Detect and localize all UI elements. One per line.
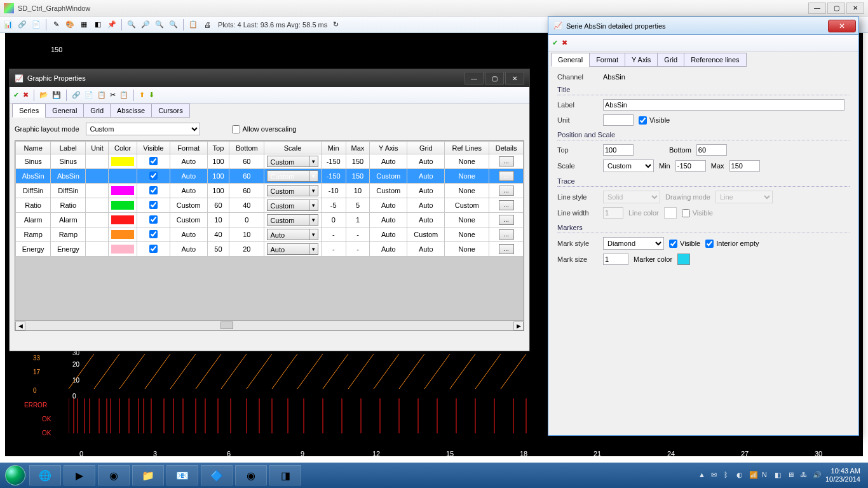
- scroll-right-icon[interactable]: ▶: [513, 322, 524, 330]
- column-header[interactable]: Name: [16, 142, 51, 154]
- pen-icon[interactable]: ✎: [50, 19, 62, 30]
- tool-icon[interactable]: 📄: [31, 19, 42, 30]
- chevron-down-icon[interactable]: ▼: [309, 185, 318, 196]
- table-row[interactable]: DiffSinDiffSinAuto10060Custom▼-1010Custo…: [16, 184, 524, 198]
- interior-empty-checkbox[interactable]: Interior empty: [705, 240, 759, 248]
- tray-icon[interactable]: ✉: [711, 471, 720, 480]
- visible-checkbox[interactable]: [149, 201, 158, 209]
- dialog-titlebar[interactable]: 📈Graphic Properties — ▢ ✕: [10, 69, 529, 87]
- details-button[interactable]: ...: [499, 156, 514, 166]
- tab-yaxis[interactable]: Y Axis: [625, 53, 658, 67]
- chevron-down-icon[interactable]: ▼: [309, 229, 318, 240]
- tool-icon[interactable]: 🔗: [17, 19, 28, 30]
- zoomin-icon[interactable]: 🔍: [126, 19, 137, 30]
- min-input[interactable]: [675, 160, 706, 172]
- visible-checkbox[interactable]: [149, 230, 158, 238]
- chevron-down-icon[interactable]: ▼: [309, 200, 318, 211]
- table-row[interactable]: SinusSinusAuto10060Custom▼-150150AutoAut…: [16, 154, 524, 169]
- label-input[interactable]: [603, 99, 844, 111]
- column-header[interactable]: Grid: [407, 142, 445, 154]
- details-button[interactable]: ...: [499, 200, 514, 210]
- close-button[interactable]: ✕: [846, 3, 864, 14]
- details-button[interactable]: ...: [499, 186, 514, 196]
- layout-select[interactable]: Custom: [86, 123, 200, 135]
- maximize-button[interactable]: ▢: [485, 72, 504, 85]
- color-swatch[interactable]: [111, 201, 133, 210]
- print-icon[interactable]: 🖨: [201, 19, 213, 30]
- color-swatch[interactable]: [111, 157, 133, 166]
- zoomout-icon[interactable]: 🔎: [140, 19, 151, 30]
- color-swatch[interactable]: [111, 245, 133, 254]
- chevron-down-icon[interactable]: ▼: [309, 243, 318, 255]
- dialog2-titlebar[interactable]: 📈Serie AbsSin detailed properties ✕: [548, 17, 858, 35]
- task-app[interactable]: 🔷: [201, 465, 233, 485]
- save-icon[interactable]: 💾: [52, 91, 61, 99]
- table-row[interactable]: AlarmAlarmCustom100Custom▼01AutoAutoNone…: [16, 213, 524, 227]
- tab-general[interactable]: General: [551, 53, 590, 67]
- bottom-input[interactable]: [696, 144, 727, 156]
- apply-icon[interactable]: ✔: [13, 91, 19, 99]
- scroll-left-icon[interactable]: ◀: [15, 322, 25, 330]
- scroll-thumb[interactable]: [220, 322, 233, 329]
- scale-select[interactable]: Custom: [603, 159, 654, 172]
- column-header[interactable]: Visible: [137, 142, 170, 154]
- details-button[interactable]: ...: [499, 229, 514, 240]
- top-input[interactable]: [603, 144, 634, 156]
- open-icon[interactable]: 📂: [39, 91, 48, 99]
- table-row[interactable]: RatioRatioCustom6040Custom▼-55AutoAutoCu…: [16, 198, 524, 213]
- layers-icon[interactable]: ▦: [78, 19, 90, 30]
- column-header[interactable]: Color: [109, 142, 137, 154]
- tray-icon[interactable]: ◐: [736, 471, 745, 480]
- network-icon[interactable]: 🖧: [800, 471, 809, 480]
- copy-icon[interactable]: 📋: [97, 91, 106, 99]
- table-row[interactable]: AbsSinAbsSinAuto10060Custom▼-150150Custo…: [16, 169, 524, 184]
- scale-combo[interactable]: Custom▼: [267, 214, 318, 226]
- delete-icon[interactable]: ✂: [110, 91, 116, 99]
- close-button[interactable]: ✕: [505, 72, 524, 85]
- column-header[interactable]: Bottom: [229, 142, 264, 154]
- details-button[interactable]: ...: [499, 244, 514, 254]
- zoom-icon[interactable]: 🔍: [154, 19, 165, 30]
- task-explorer[interactable]: 📁: [132, 465, 164, 485]
- down-icon[interactable]: ⬇: [149, 91, 154, 99]
- tab-series[interactable]: Series: [12, 104, 46, 118]
- color-swatch[interactable]: [111, 172, 133, 180]
- tab-general[interactable]: General: [45, 104, 84, 118]
- max-input[interactable]: [729, 160, 760, 172]
- chevron-down-icon[interactable]: ▼: [309, 170, 318, 182]
- scale-combo[interactable]: Custom▼: [267, 170, 318, 182]
- zoom-icon[interactable]: 🔍: [168, 19, 179, 30]
- task-chrome2[interactable]: ◉: [235, 465, 267, 485]
- tray-icon[interactable]: 📶: [749, 471, 758, 480]
- task-ie[interactable]: 🌐: [29, 465, 61, 485]
- start-button[interactable]: [3, 465, 28, 485]
- markercolor-swatch[interactable]: [677, 254, 690, 265]
- column-header[interactable]: Details: [489, 142, 524, 154]
- tray-icon[interactable]: 🖥: [787, 471, 796, 480]
- column-header[interactable]: Scale: [264, 142, 321, 154]
- maximize-button[interactable]: ▢: [827, 3, 845, 14]
- visible-checkbox[interactable]: [149, 172, 158, 180]
- column-header[interactable]: Min: [321, 142, 346, 154]
- volume-icon[interactable]: 🔊: [813, 471, 822, 480]
- pin-icon[interactable]: 📌: [106, 19, 118, 30]
- tray-icon[interactable]: ▲: [698, 471, 707, 480]
- markstyle-select[interactable]: Diamond: [603, 237, 664, 250]
- visible-checkbox[interactable]: [149, 157, 158, 165]
- table-row[interactable]: EnergyEnergyAuto5020Auto▼--AutoAutoNone.…: [16, 242, 524, 257]
- tab-cursors[interactable]: Cursors: [151, 104, 190, 118]
- chevron-down-icon[interactable]: ▼: [309, 156, 318, 167]
- color-icon[interactable]: 🎨: [64, 19, 76, 30]
- details-button[interactable]: ...: [499, 215, 514, 225]
- tab-abscisse[interactable]: Abscisse: [110, 104, 152, 118]
- tab-grid[interactable]: Grid: [657, 53, 684, 67]
- cancel-icon[interactable]: ✖: [23, 91, 29, 99]
- cancel-icon[interactable]: ✖: [562, 39, 567, 47]
- column-header[interactable]: Format: [170, 142, 207, 154]
- minimize-button[interactable]: —: [808, 3, 826, 14]
- tray-icon[interactable]: ◧: [775, 471, 783, 480]
- color-swatch[interactable]: [111, 215, 133, 224]
- tool-icon[interactable]: 📊: [3, 19, 14, 30]
- chevron-down-icon[interactable]: ▼: [309, 214, 318, 226]
- column-header[interactable]: Max: [346, 142, 369, 154]
